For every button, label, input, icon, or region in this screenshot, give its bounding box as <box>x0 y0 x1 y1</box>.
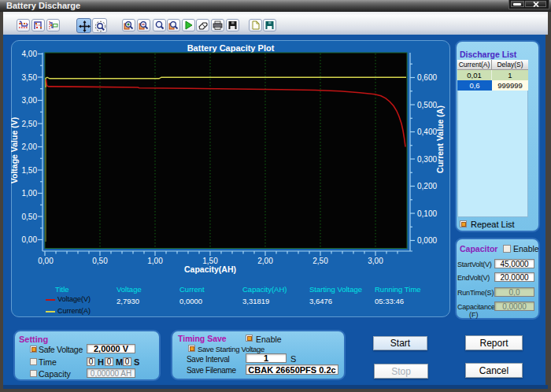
svg-text:2,50: 2,50 <box>22 120 38 128</box>
svg-text:3,50: 3,50 <box>22 73 38 82</box>
svg-text:0,200: 0,200 <box>417 182 437 190</box>
svg-text:0,000: 0,000 <box>417 236 437 245</box>
svg-text:0,50: 0,50 <box>22 213 38 221</box>
svg-text:3,00: 3,00 <box>22 96 38 105</box>
svg-text:0,100: 0,100 <box>417 209 437 218</box>
svg-text:0,50: 0,50 <box>92 257 108 265</box>
svg-text:0,500: 0,500 <box>417 101 437 109</box>
svg-text:Capacity(AH): Capacity(AH) <box>184 264 236 274</box>
svg-text:1,00: 1,00 <box>147 257 163 265</box>
svg-text:2,00: 2,00 <box>22 142 38 151</box>
svg-text:Voltage Value (V): Voltage Value (V) <box>11 117 19 183</box>
svg-text:0,00: 0,00 <box>38 257 54 265</box>
svg-text:Current Value (A): Current Value (A) <box>435 105 445 173</box>
svg-text:3,00: 3,00 <box>368 257 383 265</box>
svg-text:1,50: 1,50 <box>22 166 38 175</box>
svg-text:1,00: 1,00 <box>22 189 38 198</box>
svg-text:0,300: 0,300 <box>417 155 437 164</box>
svg-text:0,600: 0,600 <box>417 73 437 82</box>
svg-text:4,00: 4,00 <box>22 50 38 58</box>
svg-text:2,50: 2,50 <box>312 257 328 265</box>
svg-text:2,00: 2,00 <box>257 257 273 265</box>
svg-text:0,00: 0,00 <box>22 235 38 244</box>
svg-text:0,400: 0,400 <box>417 128 437 136</box>
